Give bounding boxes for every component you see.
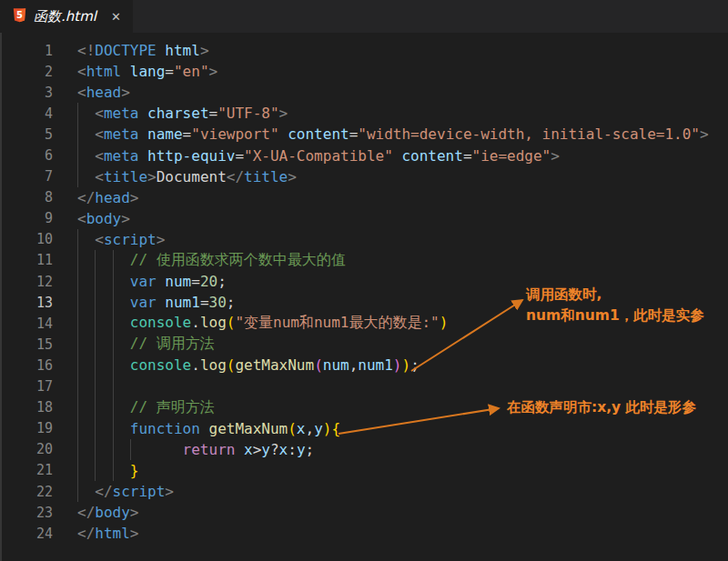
indent-guide xyxy=(77,376,78,397)
line-number: 1 xyxy=(0,43,77,59)
line-number: 11 xyxy=(0,252,77,268)
indent-guide xyxy=(95,418,96,439)
line-number: 9 xyxy=(0,210,77,226)
code-line[interactable]: 1<!DOCTYPE html> xyxy=(0,40,728,61)
code-line[interactable]: 24</html> xyxy=(0,523,728,544)
code-text: </head> xyxy=(77,189,138,206)
code-text: <!DOCTYPE html> xyxy=(77,42,209,59)
html5-file-icon: 5 xyxy=(12,7,27,26)
code-text: <script> xyxy=(77,231,165,248)
indent-guide xyxy=(77,313,78,334)
indent-guide xyxy=(113,334,114,355)
indent-guide xyxy=(77,418,78,439)
vscode-window: 5 函数.html ✕ 1<!DOCTYPE html>2<html lang=… xyxy=(0,0,728,561)
line-number: 13 xyxy=(0,295,77,311)
code-line[interactable]: 4 <meta charset="UTF-8"> xyxy=(0,103,728,124)
code-text: </body> xyxy=(77,504,138,521)
code-line[interactable]: 16 console.log(getMaxNum(num,num1)); xyxy=(0,355,728,376)
indent-guide xyxy=(77,460,78,481)
line-number: 8 xyxy=(0,189,77,205)
indent-guide xyxy=(113,397,114,418)
code-line[interactable]: 19 function getMaxNum(x,y){ xyxy=(0,418,728,439)
code-text: } xyxy=(77,462,138,479)
indent-guide xyxy=(95,376,96,397)
tab-close-button[interactable]: ✕ xyxy=(108,9,124,25)
code-text: <body> xyxy=(77,210,130,227)
line-number: 4 xyxy=(0,105,77,122)
code-line[interactable]: 5 <meta name="viewport" content="width=d… xyxy=(0,124,728,145)
code-text: console.log(getMaxNum(num,num1)); xyxy=(77,356,420,374)
indent-guide xyxy=(95,292,96,313)
code-text: <title>Document</title> xyxy=(77,168,297,185)
indent-guide xyxy=(113,355,114,376)
tab-bar: 5 函数.html ✕ xyxy=(0,0,728,33)
line-number: 16 xyxy=(0,357,77,374)
code-line[interactable]: 3<head> xyxy=(0,82,728,103)
line-number: 21 xyxy=(0,462,77,478)
line-number: 20 xyxy=(0,441,77,457)
indent-guide xyxy=(77,271,78,292)
code-line[interactable]: 17 xyxy=(0,376,728,397)
active-tab[interactable]: 5 函数.html ✕ xyxy=(0,0,133,33)
indent-guide xyxy=(130,439,131,460)
code-line[interactable]: 10 <script> xyxy=(0,229,728,250)
code-text: <meta charset="UTF-8"> xyxy=(77,105,288,122)
code-line[interactable]: 8</head> xyxy=(0,187,728,208)
line-number: 2 xyxy=(0,64,77,80)
code-text: <meta name="viewport" content="width=dev… xyxy=(77,125,709,143)
line-number: 14 xyxy=(0,316,77,332)
indent-guide xyxy=(77,439,78,460)
line-number: 3 xyxy=(0,85,77,101)
indent-guide xyxy=(113,313,114,334)
indent-guide xyxy=(77,397,78,418)
line-number: 7 xyxy=(0,168,77,185)
code-line[interactable]: 11 // 使用函数求两个数中最大的值 xyxy=(0,250,728,271)
window-edge xyxy=(0,33,2,561)
code-line[interactable]: 15 // 调用方法 xyxy=(0,334,728,355)
code-text: console.log("变量num和num1最大的数是:") xyxy=(77,314,448,333)
code-line[interactable]: 22 </script> xyxy=(0,481,728,502)
code-line[interactable]: 7 <title>Document</title> xyxy=(0,166,728,187)
code-text: </html> xyxy=(77,525,138,542)
line-number: 18 xyxy=(0,399,77,416)
line-number: 5 xyxy=(0,126,77,143)
svg-text:5: 5 xyxy=(16,10,23,20)
indent-guide xyxy=(113,439,114,460)
indent-guide xyxy=(95,334,96,355)
code-line[interactable]: 14 console.log("变量num和num1最大的数是:") xyxy=(0,313,728,334)
indent-guide xyxy=(95,397,96,418)
code-line[interactable]: 2<html lang="en"> xyxy=(0,61,728,82)
line-number: 12 xyxy=(0,274,77,290)
indent-guide xyxy=(77,250,78,271)
code-line[interactable]: 6 <meta http-equiv="X-UA-Compatible" con… xyxy=(0,145,728,165)
indent-guide xyxy=(77,229,78,250)
code-line[interactable]: 20 return x>y?x:y; xyxy=(0,439,728,460)
code-line[interactable]: 9<body> xyxy=(0,208,728,229)
indent-guide xyxy=(95,460,96,481)
code-text: </script> xyxy=(77,483,174,500)
code-text: var num=20; xyxy=(77,273,227,290)
line-number: 6 xyxy=(0,147,77,164)
code-line[interactable]: 23</body> xyxy=(0,502,728,523)
indent-guide xyxy=(113,460,114,481)
code-line[interactable]: 21 } xyxy=(0,460,728,481)
code-text: <html lang="en"> xyxy=(77,63,217,80)
line-number: 22 xyxy=(0,484,77,500)
indent-guide xyxy=(77,334,78,355)
code-line[interactable]: 13 var num1=30; xyxy=(0,292,728,313)
indent-guide xyxy=(77,124,78,145)
line-number: 15 xyxy=(0,336,77,353)
indent-guide xyxy=(95,250,96,271)
indent-guide xyxy=(95,313,96,334)
line-number: 23 xyxy=(0,505,77,521)
indent-guide xyxy=(77,355,78,376)
indent-guide xyxy=(95,271,96,292)
code-text: // 声明方法 xyxy=(77,398,215,417)
code-editor[interactable]: 1<!DOCTYPE html>2<html lang="en">3<head>… xyxy=(0,33,728,561)
indent-guide xyxy=(77,292,78,313)
indent-guide xyxy=(113,376,114,397)
indent-guide xyxy=(95,439,96,460)
code-line[interactable]: 18 // 声明方法 xyxy=(0,397,728,418)
code-line[interactable]: 12 var num=20; xyxy=(0,271,728,292)
code-text: var num1=30; xyxy=(77,294,235,311)
